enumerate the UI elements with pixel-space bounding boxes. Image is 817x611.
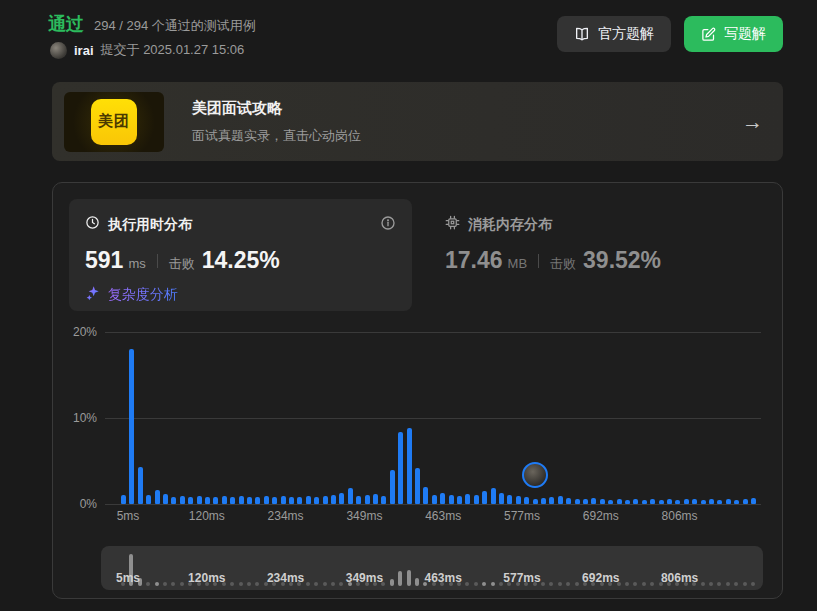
complexity-analysis-link[interactable]: 复杂度分析 xyxy=(85,285,396,305)
histogram-bar[interactable] xyxy=(558,496,563,504)
histogram-bar[interactable] xyxy=(743,499,748,504)
submission-avatar-marker[interactable] xyxy=(522,462,548,488)
minimap-tick-label: 577ms xyxy=(487,571,557,585)
promo-banner[interactable]: 美团 美团面试攻略 面试真题实录，直击心动岗位 → xyxy=(52,82,783,161)
histogram-bar[interactable] xyxy=(659,500,664,504)
histogram-bar[interactable] xyxy=(247,497,252,504)
histogram-bar[interactable] xyxy=(701,500,706,504)
histogram-bar[interactable] xyxy=(524,497,529,504)
histogram-bar[interactable] xyxy=(499,493,504,504)
histogram-bar[interactable] xyxy=(650,499,655,504)
histogram-bar[interactable] xyxy=(633,499,638,504)
histogram-bar[interactable] xyxy=(600,499,605,504)
histogram-bar[interactable] xyxy=(365,495,370,504)
histogram-bar[interactable] xyxy=(281,496,286,504)
histogram-bar[interactable] xyxy=(617,499,622,504)
histogram-bar[interactable] xyxy=(608,500,613,504)
histogram-bar[interactable] xyxy=(440,493,445,504)
histogram-bar[interactable] xyxy=(222,496,227,504)
histogram-bar[interactable] xyxy=(583,499,588,504)
histogram-bar[interactable] xyxy=(146,495,151,504)
histogram-bar[interactable] xyxy=(129,349,134,504)
histogram-bar[interactable] xyxy=(566,498,571,504)
histogram-bar[interactable] xyxy=(239,496,244,504)
histogram-bar[interactable] xyxy=(188,497,193,504)
histogram-bar[interactable] xyxy=(516,496,521,504)
axis-baseline xyxy=(105,504,761,505)
histogram-bar[interactable] xyxy=(171,497,176,504)
minimap-tick-label: 463ms xyxy=(408,571,478,585)
histogram-bar[interactable] xyxy=(213,497,218,504)
histogram-bar[interactable] xyxy=(449,495,454,504)
histogram-bar[interactable] xyxy=(726,499,731,504)
histogram-bar[interactable] xyxy=(591,498,596,504)
histogram-bar[interactable] xyxy=(491,488,496,504)
write-solution-button[interactable]: 写题解 xyxy=(684,16,783,52)
histogram-bar[interactable] xyxy=(667,499,672,504)
histogram-bar[interactable] xyxy=(709,499,714,504)
histogram-bar[interactable] xyxy=(482,491,487,504)
histogram-bar[interactable] xyxy=(549,497,554,504)
histogram-bar[interactable] xyxy=(356,496,361,504)
histogram-bar[interactable] xyxy=(197,496,202,504)
histogram-bar[interactable] xyxy=(415,468,420,504)
histogram-bar[interactable] xyxy=(121,495,126,504)
histogram-bar[interactable] xyxy=(306,496,311,504)
official-solution-button[interactable]: 官方题解 xyxy=(557,16,671,52)
histogram-bar[interactable] xyxy=(407,428,412,504)
histogram-bar[interactable] xyxy=(717,500,722,504)
histogram-bar[interactable] xyxy=(423,487,428,504)
histogram-bar[interactable] xyxy=(457,496,462,504)
histogram-bar[interactable] xyxy=(751,498,756,504)
minimap-tick-label: 234ms xyxy=(251,571,321,585)
histogram-bar[interactable] xyxy=(323,496,328,504)
histogram-bar[interactable] xyxy=(642,500,647,504)
histogram-bar[interactable] xyxy=(255,497,260,504)
runtime-beats-label: 击败 xyxy=(169,255,195,273)
histogram-bar[interactable] xyxy=(205,497,210,504)
x-tick-label: 692ms xyxy=(566,509,636,523)
minimap-tick-label: 692ms xyxy=(566,571,636,585)
histogram-bar[interactable] xyxy=(625,500,630,504)
sparkle-icon xyxy=(85,285,101,305)
x-tick-label: 349ms xyxy=(329,509,399,523)
histogram-bar[interactable] xyxy=(684,499,689,504)
runtime-value: 591 xyxy=(85,247,123,274)
histogram-bar[interactable] xyxy=(272,497,277,504)
histogram-bar[interactable] xyxy=(675,500,680,504)
histogram-bar[interactable] xyxy=(432,495,437,504)
range-slider[interactable]: 5ms120ms234ms349ms463ms577ms692ms806ms xyxy=(101,546,763,590)
runtime-value-row: 591 ms 击败 14.25% xyxy=(85,247,396,274)
histogram-bar[interactable] xyxy=(390,470,395,504)
tab-runtime-distribution[interactable]: 执行用时分布 591 ms 击败 14.25% 复杂度分析 xyxy=(69,199,412,311)
histogram-bar[interactable] xyxy=(155,490,160,504)
histogram-bar[interactable] xyxy=(533,499,538,504)
histogram-bar[interactable] xyxy=(381,496,386,504)
histogram-bar[interactable] xyxy=(314,497,319,504)
histogram-bar[interactable] xyxy=(289,497,294,504)
username[interactable]: irai xyxy=(74,43,94,58)
x-tick-label: 234ms xyxy=(251,509,321,523)
histogram-bar[interactable] xyxy=(692,499,697,504)
histogram-bar[interactable] xyxy=(474,495,479,504)
histogram-bar[interactable] xyxy=(465,494,470,504)
histogram-bar[interactable] xyxy=(507,495,512,504)
histogram-bar[interactable] xyxy=(541,498,546,504)
histogram-bar[interactable] xyxy=(230,497,235,504)
minimap-tick-label: 349ms xyxy=(329,571,399,585)
histogram-bar[interactable] xyxy=(734,500,739,504)
histogram-bar[interactable] xyxy=(575,499,580,504)
histogram-bar[interactable] xyxy=(331,495,336,504)
histogram-bar[interactable] xyxy=(348,488,353,504)
histogram-bar[interactable] xyxy=(264,496,269,504)
histogram-bar[interactable] xyxy=(398,432,403,504)
info-icon[interactable] xyxy=(380,215,396,235)
histogram-bar[interactable] xyxy=(373,494,378,504)
runtime-histogram[interactable] xyxy=(121,332,767,504)
tab-memory-distribution[interactable]: 消耗内存分布 17.46 MB 击败 39.52% xyxy=(445,215,765,274)
histogram-bar[interactable] xyxy=(163,494,168,504)
histogram-bar[interactable] xyxy=(138,467,143,504)
histogram-bar[interactable] xyxy=(180,496,185,504)
histogram-bar[interactable] xyxy=(339,493,344,504)
histogram-bar[interactable] xyxy=(297,497,302,504)
